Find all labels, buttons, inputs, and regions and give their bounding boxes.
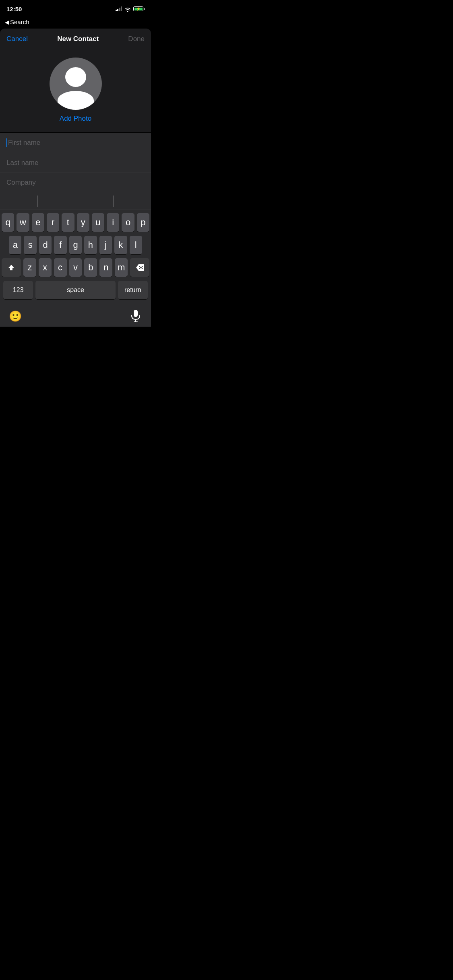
- wifi-icon: [124, 6, 131, 11]
- key-k[interactable]: k: [114, 236, 127, 254]
- space-key[interactable]: space: [35, 281, 115, 299]
- company-field[interactable]: [0, 173, 151, 192]
- status-time: 12:50: [6, 6, 22, 12]
- text-cursor: [6, 138, 7, 147]
- key-g[interactable]: g: [69, 236, 82, 254]
- key-z[interactable]: z: [23, 258, 36, 277]
- company-input[interactable]: [6, 179, 145, 187]
- form-section: [0, 133, 151, 192]
- last-name-input[interactable]: [6, 159, 145, 167]
- keyboard-row-2: a s d f g h j k l: [2, 236, 149, 254]
- keyboard-toolbar: [0, 192, 151, 210]
- keyboard-row-4: 123 space return: [2, 281, 149, 299]
- key-t[interactable]: t: [62, 213, 74, 232]
- key-o[interactable]: o: [122, 213, 134, 232]
- navigation-bar: Cancel New Contact Done: [0, 29, 151, 49]
- done-button[interactable]: Done: [128, 35, 145, 43]
- back-navigation[interactable]: ◀ Search: [0, 18, 151, 29]
- key-v[interactable]: v: [69, 258, 82, 277]
- cancel-button[interactable]: Cancel: [6, 35, 28, 43]
- key-b[interactable]: b: [84, 258, 97, 277]
- key-r[interactable]: r: [47, 213, 59, 232]
- key-x[interactable]: x: [39, 258, 52, 277]
- back-arrow-icon: ◀: [5, 19, 9, 25]
- delete-key[interactable]: [130, 258, 149, 277]
- status-bar: 12:50 ⚡: [0, 0, 151, 18]
- shift-key[interactable]: [2, 258, 21, 277]
- first-name-field[interactable]: [0, 133, 151, 153]
- status-icons: ⚡: [116, 6, 145, 11]
- key-c[interactable]: c: [54, 258, 67, 277]
- toolbar-divider-left: [37, 196, 38, 207]
- key-e[interactable]: e: [32, 213, 44, 232]
- key-d[interactable]: d: [39, 236, 52, 254]
- keyboard-bottom-bar: 🙂: [0, 304, 151, 327]
- keyboard-row-1: q w e r t y u i o p: [2, 213, 149, 232]
- emoji-button[interactable]: 🙂: [6, 307, 24, 325]
- svg-rect-2: [134, 310, 138, 317]
- toolbar-divider-right: [113, 196, 114, 207]
- key-m[interactable]: m: [115, 258, 128, 277]
- back-label: Search: [10, 19, 29, 25]
- first-name-input[interactable]: [8, 139, 145, 147]
- key-q[interactable]: q: [2, 213, 14, 232]
- key-u[interactable]: u: [92, 213, 104, 232]
- mic-button[interactable]: [127, 307, 145, 325]
- key-n[interactable]: n: [99, 258, 112, 277]
- key-f[interactable]: f: [54, 236, 66, 254]
- numbers-key[interactable]: 123: [3, 281, 33, 299]
- page-title: New Contact: [57, 35, 99, 43]
- key-w[interactable]: w: [17, 213, 29, 232]
- add-photo-button[interactable]: Add Photo: [60, 115, 91, 123]
- last-name-field[interactable]: [0, 153, 151, 173]
- key-p[interactable]: p: [137, 213, 149, 232]
- return-key[interactable]: return: [118, 281, 148, 299]
- signal-icon: [116, 6, 122, 11]
- keyboard-row-3: z x c v b n m: [2, 258, 149, 277]
- key-i[interactable]: i: [107, 213, 119, 232]
- key-y[interactable]: y: [77, 213, 89, 232]
- key-s[interactable]: s: [24, 236, 36, 254]
- battery-icon: ⚡: [133, 6, 145, 11]
- avatar-silhouette: [50, 58, 102, 110]
- key-l[interactable]: l: [130, 236, 142, 254]
- avatar-head: [65, 67, 86, 87]
- key-a[interactable]: a: [9, 236, 21, 254]
- keyboard: q w e r t y u i o p a s d f g h j k l z …: [0, 210, 151, 304]
- avatar-body: [58, 91, 94, 110]
- avatar-photo[interactable]: [50, 58, 102, 110]
- key-h[interactable]: h: [84, 236, 97, 254]
- key-j[interactable]: j: [99, 236, 112, 254]
- photo-section: Add Photo: [0, 49, 151, 132]
